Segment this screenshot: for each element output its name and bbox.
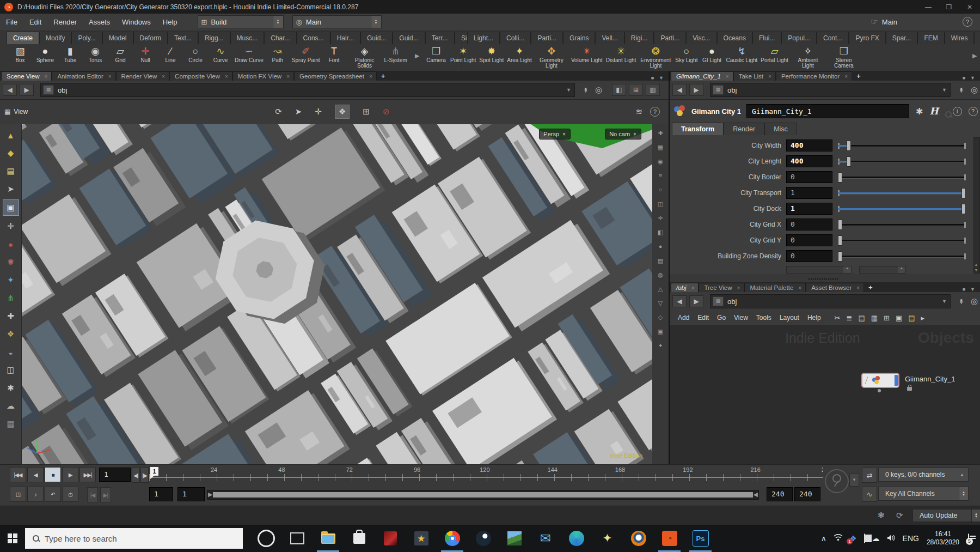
play-button[interactable]: ▶ xyxy=(62,467,78,482)
audio-options-icon[interactable]: ♪ xyxy=(27,487,44,502)
display-option-icon[interactable]: ◫ xyxy=(658,201,663,215)
chevron-down-icon[interactable]: ▼ xyxy=(939,299,950,304)
display-option-icon[interactable]: ● xyxy=(659,243,663,257)
next-key-icon[interactable]: ▶| xyxy=(100,487,111,502)
pane-tab[interactable]: Scene View xyxy=(1,71,52,81)
taskbar-houdini-icon[interactable]: ◔ xyxy=(654,525,685,552)
menu-item[interactable]: Render xyxy=(47,18,83,26)
slider-handle[interactable] xyxy=(847,141,851,151)
shelf-tool[interactable]: ▱ Portal Light xyxy=(759,45,790,64)
shelf-tool[interactable]: ◉ Torus xyxy=(83,45,108,64)
no-snap-icon[interactable]: ⊘ xyxy=(383,107,390,117)
shelf-tab[interactable]: Popul... xyxy=(781,32,817,44)
shelf-tab[interactable]: Deform xyxy=(133,32,168,44)
shelf-tab[interactable]: Create xyxy=(7,32,39,44)
back-icon[interactable]: ◀ xyxy=(3,84,17,96)
shelf-tool[interactable]: ✐ Spray Paint xyxy=(290,45,322,64)
auto-update-selector[interactable]: Auto Update ▲▼ xyxy=(912,509,980,522)
info-icon[interactable]: i xyxy=(953,107,962,116)
back-icon[interactable]: ◀ xyxy=(672,295,687,307)
set-key-button[interactable] xyxy=(825,469,849,493)
parameter-value-field[interactable]: 400 xyxy=(786,139,832,151)
taskbar-mail-icon[interactable]: ✉ xyxy=(530,525,561,552)
link-mode-icon[interactable]: ◧ xyxy=(612,84,626,96)
transform-tool-icon[interactable]: ✛ xyxy=(315,107,322,117)
display-option-icon[interactable]: ▣ xyxy=(658,328,663,342)
network-menu-item[interactable]: Add xyxy=(678,314,689,322)
parameter-value-field[interactable]: 400 xyxy=(786,155,832,167)
parameter-scrollbar[interactable]: ▲ ▼ xyxy=(973,137,980,274)
parameter-label[interactable]: Building Zone Density xyxy=(670,252,781,260)
jump-to-start-button[interactable]: |◀◀ xyxy=(10,467,26,482)
shelf-tool[interactable]: ↝ Path xyxy=(265,45,290,64)
taskbar-task-view-icon[interactable] xyxy=(281,525,313,552)
pin-icon[interactable]: ✒ xyxy=(957,299,965,305)
parameter-value-field[interactable]: 1 xyxy=(786,203,832,215)
shelf-tool[interactable]: ✶ Point Light xyxy=(449,45,477,64)
timeline-ruler[interactable]: 1 244872961201441681922162 xyxy=(149,466,823,484)
secure-selection-lock-icon[interactable]: ▣ xyxy=(3,199,19,216)
shelf-tool[interactable]: ○ Circle xyxy=(183,45,208,64)
sphere-brush-icon[interactable]: ● xyxy=(3,236,19,252)
select-arrow-icon[interactable]: ➤ xyxy=(3,181,19,197)
pane-tab[interactable]: Take List xyxy=(733,71,776,81)
close-icon[interactable] xyxy=(225,74,228,80)
shelf-tab[interactable]: Rigg... xyxy=(198,32,230,44)
help-icon[interactable]: ? xyxy=(963,17,972,27)
parameter-label[interactable]: City Grid Y xyxy=(670,236,781,244)
menu-item[interactable]: Windows xyxy=(116,18,157,26)
close-icon[interactable] xyxy=(844,74,848,80)
box-zoom-icon[interactable]: ⊞ xyxy=(363,107,370,117)
layout-view-icon[interactable]: ▥ xyxy=(646,84,660,96)
display-option-icon[interactable]: ◧ xyxy=(658,229,663,243)
close-icon[interactable] xyxy=(737,285,740,291)
pane-tab[interactable]: /obj xyxy=(671,283,699,292)
spinner-icon[interactable]: ▲▼ xyxy=(273,16,283,28)
shelf-tool[interactable]: ✛ Null xyxy=(133,45,158,64)
pin-icon[interactable]: ✒ xyxy=(581,87,590,93)
shelf-tab[interactable]: Cons... xyxy=(297,32,330,44)
network-menu-item[interactable]: Go xyxy=(717,314,726,322)
parameter-value-field[interactable]: 0 xyxy=(786,234,832,246)
display-option-icon[interactable]: ○ xyxy=(659,186,663,201)
forward-icon[interactable]: ▶ xyxy=(689,295,703,307)
pane-maximize-icon[interactable]: ■ xyxy=(963,287,965,292)
display-option-icon[interactable]: ◍ xyxy=(658,271,663,286)
shelf-tab[interactable]: Terr... xyxy=(425,32,455,44)
pane-tab[interactable]: Giimann_City_1 xyxy=(671,71,733,81)
shelf-tool[interactable]: ✳ Distant Light xyxy=(604,45,638,64)
pane-tab[interactable]: Performance Monitor xyxy=(776,71,852,81)
wifi-icon[interactable] xyxy=(834,534,843,543)
show-objects-icon[interactable]: ▲ xyxy=(3,128,19,143)
parameter-value-field[interactable]: 0 xyxy=(786,219,832,230)
forward-icon[interactable]: ▶ xyxy=(689,84,703,96)
playback-range-slider[interactable]: ▶ ◀ xyxy=(207,490,759,500)
gear-icon[interactable]: ✱ xyxy=(3,380,19,396)
display-options-icon[interactable]: ≋ xyxy=(635,107,642,117)
pane-menu-icon[interactable]: ▼ xyxy=(970,75,975,81)
pin-icon[interactable]: ✒ xyxy=(957,87,965,93)
parameter-label[interactable]: City Border xyxy=(670,173,781,181)
slider-handle[interactable] xyxy=(838,251,842,262)
projection-selector[interactable]: Persp ▼ xyxy=(539,129,571,139)
scroll-up-icon[interactable]: ▲ xyxy=(974,263,978,266)
radar-link-icon[interactable]: ◎ xyxy=(595,85,602,95)
jump-to-end-button[interactable]: ▶▶| xyxy=(79,467,96,482)
taskbar-file-explorer-icon[interactable] xyxy=(313,525,344,552)
pane-tab[interactable]: Geometry Spreadsheet xyxy=(294,71,377,81)
display-option-icon[interactable]: ✛ xyxy=(658,215,663,229)
parameter-tab[interactable]: Render xyxy=(724,123,764,135)
start-button[interactable] xyxy=(0,525,25,552)
dropdown-stub[interactable]: ▲ xyxy=(859,266,906,274)
taskbar-blender-icon[interactable] xyxy=(623,525,654,552)
shelf-tool[interactable]: ✥ Geometry Light xyxy=(534,45,569,69)
parameter-slider[interactable] xyxy=(838,156,966,167)
taskbar-photoshop-icon[interactable]: Ps xyxy=(685,525,716,552)
shelf-tab[interactable]: Model xyxy=(102,32,133,44)
shelf-tool[interactable]: ❒ Camera xyxy=(424,45,449,64)
slider-handle[interactable] xyxy=(838,235,842,246)
cloud-icon[interactable]: ☁ xyxy=(3,398,19,414)
shelf-tool[interactable]: ◈ Platonic Solids xyxy=(347,45,383,69)
sticky-note-icon[interactable]: ▤ xyxy=(908,314,915,322)
shelf-tab[interactable]: Flui... xyxy=(752,32,781,44)
